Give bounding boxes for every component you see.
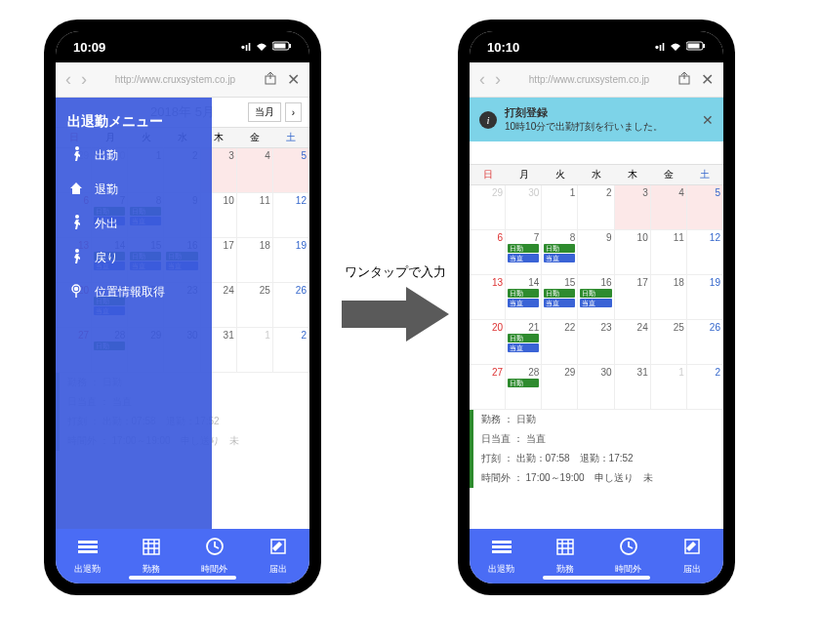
nav-item-届出[interactable]: 届出 xyxy=(246,529,309,584)
calendar-cell[interactable]: 22 xyxy=(542,320,578,365)
close-icon[interactable]: ✕ xyxy=(701,70,714,89)
nav-item-届出[interactable]: 届出 xyxy=(660,529,723,584)
weekday-label: 金 xyxy=(651,165,687,184)
day-number: 2 xyxy=(689,367,720,378)
calendar-cell[interactable]: 29 xyxy=(542,365,578,410)
menu-item-label: 位置情報取得 xyxy=(95,284,165,301)
svg-rect-21 xyxy=(492,550,512,553)
day-number: 12 xyxy=(689,232,720,243)
calendar-cell[interactable]: 14日勤当直 xyxy=(506,275,542,320)
calendar-cell[interactable]: 7日勤当直 xyxy=(506,230,542,275)
menu-item-label: 退勤 xyxy=(95,181,118,198)
calendar-cell[interactable]: 26 xyxy=(273,283,309,328)
svg-rect-22 xyxy=(557,540,573,554)
day-number: 27 xyxy=(472,367,503,378)
url-bar[interactable]: http://www.cruxsystem.co.jp xyxy=(511,74,668,85)
calendar-cell[interactable]: 30 xyxy=(578,365,614,410)
shift-tag: 日勤 xyxy=(508,379,539,387)
calendar-cell[interactable]: 1 xyxy=(651,365,687,410)
day-number: 1 xyxy=(544,187,575,198)
nav-label: 時間外 xyxy=(615,563,641,576)
next-month-button[interactable]: › xyxy=(285,102,302,122)
calendar-cell[interactable]: 3 xyxy=(615,185,651,230)
calendar-cell[interactable]: 26 xyxy=(687,320,723,365)
calendar-cell[interactable]: 12 xyxy=(273,193,309,238)
calendar-cell[interactable]: 4 xyxy=(237,148,273,193)
calendar-cell[interactable]: 31 xyxy=(615,365,651,410)
forward-button[interactable]: › xyxy=(81,69,87,90)
calendar-cell[interactable]: 2 xyxy=(578,185,614,230)
calendar-cell[interactable]: 23 xyxy=(578,320,614,365)
day-number: 11 xyxy=(653,232,684,243)
calendar-cell[interactable]: 11 xyxy=(651,230,687,275)
day-number: 3 xyxy=(617,187,648,198)
notch xyxy=(533,20,660,43)
calendar-cell[interactable]: 28日勤 xyxy=(506,365,542,410)
back-button[interactable]: ‹ xyxy=(65,69,71,90)
close-icon[interactable]: ✕ xyxy=(287,70,300,89)
svg-rect-11 xyxy=(78,550,98,553)
menu-item-退勤[interactable]: 退勤 xyxy=(56,173,212,207)
calendar-cell[interactable]: 29 xyxy=(470,185,506,230)
calendar-cell[interactable]: 20 xyxy=(470,320,506,365)
calendar-cell[interactable]: 5 xyxy=(273,148,309,193)
nav-label: 届出 xyxy=(269,563,287,576)
menu-item-外出[interactable]: 外出 xyxy=(56,207,212,241)
calendar-cell[interactable]: 27 xyxy=(470,365,506,410)
screen-right: 10:10 •ıl ‹ › http://www.cruxsystem.co.j… xyxy=(470,31,723,584)
home-indicator[interactable] xyxy=(129,576,236,580)
calendar-cell[interactable]: 18 xyxy=(237,238,273,283)
calendar-cell[interactable]: 4 xyxy=(651,185,687,230)
status-time: 10:09 xyxy=(73,40,105,55)
calendar-cell[interactable]: 2 xyxy=(687,365,723,410)
day-number: 25 xyxy=(239,285,270,296)
menu-item-出勤[interactable]: 出勤 xyxy=(56,139,212,173)
nav-icon xyxy=(78,537,98,561)
calendar-cell[interactable]: 30 xyxy=(506,185,542,230)
calendar-cell[interactable]: 9 xyxy=(578,230,614,275)
back-button[interactable]: ‹ xyxy=(479,69,485,90)
calendar-cell[interactable]: 1 xyxy=(542,185,578,230)
menu-item-位置情報取得[interactable]: 位置情報取得 xyxy=(56,275,212,309)
detail-row: 時間外 ： 17:00～19:00 申し送り 未 xyxy=(470,468,723,488)
calendar-cell[interactable]: 10 xyxy=(615,230,651,275)
share-icon[interactable] xyxy=(264,71,277,89)
calendar-cell[interactable]: 25 xyxy=(237,283,273,328)
calendar-grid: 29301234567日勤当直8日勤当直91011121314日勤当直15日勤当… xyxy=(470,185,723,410)
url-bar[interactable]: http://www.cruxsystem.co.jp xyxy=(97,74,254,85)
calendar-cell[interactable]: 18 xyxy=(651,275,687,320)
calendar-cell[interactable]: 17 xyxy=(615,275,651,320)
calendar-cell[interactable]: 13 xyxy=(470,275,506,320)
shift-tag: 日勤 xyxy=(508,334,539,342)
calendar-cell[interactable]: 8日勤当直 xyxy=(542,230,578,275)
nav-item-出退勤[interactable]: 出退勤 xyxy=(56,529,119,584)
transition-arrow: ワンタップで入力 xyxy=(342,263,449,345)
calendar-cell[interactable]: 11 xyxy=(237,193,273,238)
day-number: 26 xyxy=(275,285,307,296)
calendar-cell[interactable]: 24 xyxy=(615,320,651,365)
calendar-cell[interactable]: 6 xyxy=(470,230,506,275)
calendar-cell[interactable]: 15日勤当直 xyxy=(542,275,578,320)
share-icon[interactable] xyxy=(677,71,691,89)
nav-item-出退勤[interactable]: 出退勤 xyxy=(470,529,533,584)
menu-item-戻り[interactable]: 戻り xyxy=(56,241,212,275)
current-month-button[interactable]: 当月 xyxy=(248,102,281,122)
nav-label: 勤務 xyxy=(143,563,160,576)
calendar-cell[interactable]: 12 xyxy=(687,230,723,275)
calendar-cell[interactable]: 25 xyxy=(651,320,687,365)
calendar-cell[interactable]: 19 xyxy=(687,275,723,320)
calendar-cell[interactable]: 2 xyxy=(273,328,309,373)
menu-item-label: 出勤 xyxy=(95,147,118,164)
calendar-cell[interactable]: 16日勤当直 xyxy=(578,275,614,320)
forward-button[interactable]: › xyxy=(495,69,501,90)
screen-left: 10:09 •ıl ‹ › http://www.cruxsystem.co.j… xyxy=(56,31,309,584)
detail-row: 勤務 ： 日勤 xyxy=(470,410,723,429)
calendar-cell[interactable]: 1 xyxy=(237,328,273,373)
notification-close-icon[interactable]: ✕ xyxy=(702,112,714,128)
day-number: 30 xyxy=(508,187,539,198)
calendar-cell[interactable]: 19 xyxy=(273,238,309,283)
calendar-cell[interactable]: 5 xyxy=(687,185,723,230)
calendar-cell[interactable]: 21日勤当直 xyxy=(506,320,542,365)
walk-icon xyxy=(67,215,85,233)
home-indicator[interactable] xyxy=(543,576,650,580)
